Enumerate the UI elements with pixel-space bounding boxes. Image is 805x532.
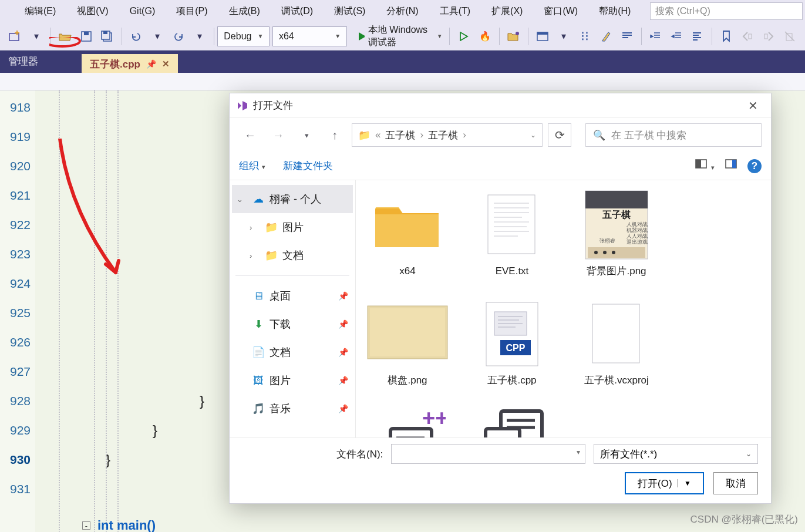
tree-music[interactable]: 🎵音乐📌 <box>232 395 353 423</box>
back-button[interactable]: ← <box>239 124 261 146</box>
tree-root[interactable]: ⌄☁栩睿 - 个人 <box>232 185 353 213</box>
bookmark-icon[interactable] <box>716 26 736 46</box>
svg-rect-50 <box>390 429 432 437</box>
platform-combo[interactable]: x64▼ <box>272 26 347 46</box>
tab-title: 五子棋.cpp <box>90 58 140 71</box>
new-item-icon[interactable] <box>5 26 25 46</box>
redo-button[interactable] <box>169 26 188 46</box>
menu-project[interactable]: 项目(P) <box>166 0 218 22</box>
dialog-search[interactable]: 🔍 在 五子棋 中搜索 <box>585 123 762 147</box>
svg-rect-11 <box>764 34 767 39</box>
close-icon[interactable]: ✕ <box>742 96 764 115</box>
music-icon: 🎵 <box>252 402 265 415</box>
help-icon[interactable]: ? <box>747 159 762 173</box>
menu-edit[interactable]: 编辑(E) <box>14 0 66 22</box>
tree-documents[interactable]: ›📁文档 <box>232 241 353 270</box>
folder-tree[interactable]: ⌄☁栩睿 - 个人 ›📁图片 ›📁文档 🖥桌面📌 ⬇下载📌 📄文档📌 🖼图片📌 … <box>230 180 356 437</box>
up-button[interactable]: ↑ <box>324 124 346 146</box>
save-all-button[interactable] <box>97 26 117 46</box>
panel-label[interactable]: 管理器 <box>0 50 46 73</box>
code-main: int main() <box>97 518 156 532</box>
svg-rect-10 <box>749 34 752 39</box>
recent-dropdown-icon[interactable]: ▾ <box>295 124 318 146</box>
close-tab-icon[interactable]: ✕ <box>162 59 170 69</box>
onedrive-icon: ☁ <box>252 193 265 206</box>
tree-desktop[interactable]: 🖥桌面📌 <box>232 282 353 310</box>
open-button[interactable]: 打开(O) ▼ <box>625 472 704 494</box>
file-type-filter[interactable]: 所有文件(*.*)⌄ <box>594 444 758 464</box>
menu-analyze[interactable]: 分析(N) <box>376 0 429 22</box>
tree-pictures[interactable]: ›📁图片 <box>232 213 353 241</box>
filename-input[interactable]: ▾ <box>391 444 585 464</box>
start-no-debug-button[interactable] <box>454 26 474 46</box>
pin-icon[interactable]: 📌 <box>338 376 348 385</box>
comment-icon[interactable] <box>617 26 637 46</box>
dialog-title: 打开文件 <box>253 99 293 112</box>
cancel-button[interactable]: 取消 <box>713 472 758 494</box>
undo-dropdown-icon[interactable]: ▾ <box>147 26 167 46</box>
preview-pane-icon[interactable] <box>725 159 737 173</box>
config-combo[interactable]: Debug▼ <box>217 26 270 46</box>
next-bookmark-icon <box>759 26 779 46</box>
file-item-bg-png[interactable]: 五子棋人机对战机器对战人人对战张栩睿退出游戏 背景图片.png <box>570 190 663 295</box>
redo-dropdown-icon[interactable]: ▾ <box>190 26 210 46</box>
format-icon[interactable] <box>688 26 708 46</box>
pin-icon[interactable]: 📌 <box>146 59 156 69</box>
quick-search[interactable]: 搜索 (Ctrl+Q) <box>650 2 803 20</box>
svg-text:张栩睿: 张栩睿 <box>599 238 615 244</box>
pin-icon[interactable]: 📌 <box>338 291 348 301</box>
tree-pictures-2[interactable]: 🖼图片📌 <box>232 366 353 395</box>
clear-bookmark-icon <box>780 26 800 46</box>
organize-button[interactable]: 组织 ▾ <box>239 159 265 173</box>
menu-view[interactable]: 视图(V) <box>66 0 119 22</box>
outdent-icon[interactable] <box>666 26 686 46</box>
list-tool-icon[interactable]: ⁝⁝ <box>575 26 595 46</box>
svg-text:人人对战: 人人对战 <box>627 233 648 239</box>
pin-icon[interactable]: 📌 <box>338 404 348 413</box>
file-item-vcxproj[interactable]: 五子棋.vcxproj <box>570 299 663 405</box>
menu-help[interactable]: 帮助(H) <box>588 0 641 22</box>
forward-button[interactable]: → <box>267 124 289 146</box>
menu-tools[interactable]: 工具(T) <box>429 0 481 22</box>
window-tool-icon[interactable] <box>533 26 553 46</box>
menu-test[interactable]: 测试(S) <box>324 0 376 22</box>
hot-reload-icon[interactable]: 🔥 <box>475 26 495 46</box>
file-item-user[interactable]: 五子棋. vcxproj.user <box>465 408 559 437</box>
dropdown-icon[interactable]: ▾ <box>26 26 46 46</box>
dialog-footer: 文件名(N): ▾ 所有文件(*.*)⌄ 打开(O) ▼ 取消 <box>230 437 771 503</box>
file-item-board-png[interactable]: 棋盘.png <box>361 299 454 405</box>
dialog-titlebar: 打开文件 ✕ <box>230 93 771 118</box>
refresh-button[interactable]: ⟳ <box>548 123 571 147</box>
save-button[interactable] <box>76 26 96 46</box>
undo-button[interactable] <box>126 26 146 46</box>
menu-git[interactable]: Git(G) <box>119 0 166 22</box>
file-item-cpp[interactable]: CPP 五子棋.cpp <box>465 299 559 405</box>
pin-icon[interactable]: 📌 <box>338 348 348 357</box>
tree-downloads[interactable]: ⬇下载📌 <box>232 310 353 338</box>
tree-documents-2[interactable]: 📄文档📌 <box>232 338 353 366</box>
open-file-button[interactable] <box>55 26 75 46</box>
menu-window[interactable]: 窗口(W) <box>533 0 588 22</box>
pin-icon[interactable]: 📌 <box>338 319 348 329</box>
svg-rect-3 <box>84 32 89 35</box>
vs-icon <box>237 100 248 112</box>
highlight-icon[interactable] <box>596 26 616 46</box>
menu-build[interactable]: 生成(B) <box>218 0 271 22</box>
file-item-txt[interactable]: EVE.txt <box>465 190 559 295</box>
filename-label: 文件名(N): <box>336 447 383 461</box>
view-mode-icon[interactable]: ▾ <box>695 159 715 173</box>
start-debug-button[interactable]: 本地 Windows 调试器 ▾ <box>354 26 445 46</box>
indent-icon[interactable] <box>645 26 665 46</box>
new-folder-button[interactable]: 新建文件夹 <box>283 159 333 173</box>
breadcrumb[interactable]: 📁 « 五子棋› 五子棋› ⌄ <box>352 123 543 147</box>
browse-folder-icon[interactable] <box>504 26 524 46</box>
file-list[interactable]: x64 EVE.txt 五子棋人机对战机器对战人人对战张栩睿退出游戏 背景图片.… <box>356 180 771 437</box>
chevron-down-icon[interactable]: ⌄ <box>530 131 536 139</box>
menu-debug[interactable]: 调试(D) <box>271 0 324 22</box>
svg-rect-9 <box>537 32 548 35</box>
file-item-folder[interactable]: x64 <box>361 190 454 295</box>
tab-active[interactable]: 五子棋.cpp 📌 ✕ <box>82 54 178 73</box>
window-dropdown-icon[interactable]: ▾ <box>554 26 574 46</box>
file-item-filters[interactable]: ++ 五子棋. vcxproj.filters <box>361 408 454 437</box>
menu-extensions[interactable]: 扩展(X) <box>481 0 533 22</box>
